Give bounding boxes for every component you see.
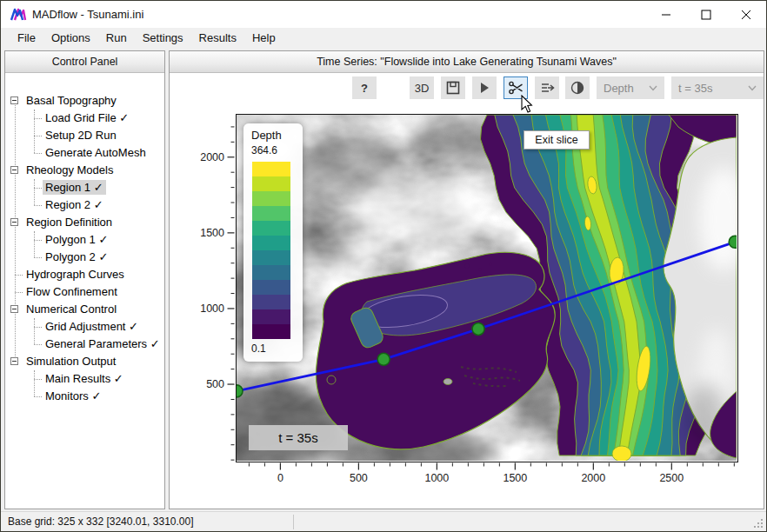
tree-item-label: Load Grid File ✓: [43, 110, 131, 125]
field-dropdown[interactable]: Depth: [597, 76, 664, 99]
tree-item-label: Flow Confinement: [23, 284, 120, 299]
title-bar: MADflow - Tsunami.ini: [1, 1, 766, 28]
tree-item-basal-topography[interactable]: Basal Topography: [23, 92, 119, 110]
app-logo-icon: [10, 6, 27, 23]
scissors-icon: [508, 80, 524, 96]
legend-color-band: [252, 324, 290, 339]
contrast-button[interactable]: [565, 76, 590, 99]
legend-color-band: [252, 176, 290, 191]
y-tick-label: 2000: [200, 151, 224, 163]
status-bar: Base grid: 325 x 332 [3240.01, 3310.00]: [1, 511, 766, 531]
contrast-icon: [570, 80, 585, 96]
tree-expander-icon[interactable]: [10, 166, 18, 174]
legend-min-value: 0.1: [251, 342, 266, 355]
viewer-header: Time Series: "Flowslide into Lake Genera…: [170, 51, 764, 73]
tree-item-label: Main Results ✓: [43, 371, 126, 386]
control-tree: Basal TopographyLoad Grid File ✓Setup 2D…: [5, 73, 164, 509]
legend-color-band: [252, 309, 290, 324]
maximize-button[interactable]: [686, 1, 726, 28]
tree-item-numerical-control[interactable]: Numerical Control: [23, 301, 119, 318]
tree-item-polygon-1[interactable]: Polygon 1 ✓: [43, 231, 110, 249]
chevron-down-icon: [748, 85, 757, 91]
tree-item-rheology-models[interactable]: Rheology Models: [23, 162, 116, 179]
tree-item-flow-confinement[interactable]: Flow Confinement: [23, 283, 120, 301]
minimize-icon: [661, 10, 671, 20]
tree-item-label: General Parameters ✓: [43, 336, 163, 351]
tree-item-region-definition[interactable]: Region Definition: [23, 214, 115, 231]
tree-item-region-2[interactable]: Region 2 ✓: [43, 196, 106, 214]
control-panel-header: Control Panel: [5, 51, 164, 73]
close-icon: [741, 10, 751, 20]
tree-item-main-results[interactable]: Main Results ✓: [43, 370, 126, 388]
maximize-icon: [701, 10, 711, 20]
menu-item-results[interactable]: Results: [191, 28, 244, 49]
y-tick-label: 500: [206, 378, 224, 390]
tree-item-label: Hydrograph Curves: [23, 267, 127, 282]
tree-item-label: Monitors ✓: [43, 389, 103, 403]
slice-handle[interactable]: [729, 236, 737, 248]
legend-color-band: [252, 250, 290, 265]
minimize-button[interactable]: [646, 1, 686, 28]
field-dropdown-value: Depth: [604, 82, 634, 95]
map-plot[interactable]: [236, 114, 738, 462]
app-window: MADflow - Tsunami.ini FileOptionsRunSett…: [0, 0, 767, 532]
map-canvas[interactable]: [237, 115, 737, 461]
chevron-down-icon: [649, 85, 657, 91]
tree-item-load-grid-file[interactable]: Load Grid File ✓: [43, 110, 131, 127]
tree-item-label: Polygon 1 ✓: [43, 232, 110, 247]
tree-expander-icon[interactable]: [10, 218, 18, 226]
tree-item-label: Setup 2D Run: [43, 128, 119, 143]
menu-item-settings[interactable]: Settings: [135, 28, 191, 49]
play-icon: [477, 81, 491, 95]
tree-item-setup-2d-run[interactable]: Setup 2D Run: [43, 127, 119, 144]
legend-color-band: [252, 280, 290, 295]
status-divider: [293, 515, 294, 529]
status-text: Base grid: 325 x 332 [3240.01, 3310.00]: [8, 512, 194, 531]
tree-expander-icon[interactable]: [10, 305, 18, 313]
tree-item-polygon-2[interactable]: Polygon 2 ✓: [43, 249, 110, 266]
tree-item-label: Numerical Control: [23, 302, 119, 316]
tree-expander-icon[interactable]: [10, 96, 18, 104]
y-tick-label: 1500: [200, 227, 224, 239]
exit-slice-button[interactable]: [504, 76, 528, 99]
slice-handle[interactable]: [472, 323, 484, 335]
help-button[interactable]: ?: [352, 76, 377, 99]
time-dropdown-value: t = 35s: [678, 82, 712, 95]
legend-color-band: [252, 265, 290, 280]
slice-handle[interactable]: [237, 384, 243, 396]
view-3d-button[interactable]: 3D: [410, 76, 434, 99]
slice-profile-button[interactable]: [535, 76, 559, 99]
slice-handle[interactable]: [377, 353, 390, 365]
menu-item-help[interactable]: Help: [244, 28, 283, 49]
resize-grip[interactable]: [753, 518, 764, 529]
tree-item-label: Simulation Output: [23, 354, 118, 369]
close-button[interactable]: [726, 1, 766, 28]
legend-max-value: 364.6: [251, 144, 277, 156]
tree-item-simulation-output[interactable]: Simulation Output: [23, 353, 118, 370]
tree-item-general-parameters[interactable]: General Parameters ✓: [43, 336, 163, 353]
play-button[interactable]: [472, 76, 497, 99]
tree-expander-icon[interactable]: [10, 357, 18, 365]
legend-color-band: [252, 295, 290, 309]
tree-item-grid-adjustment[interactable]: Grid Adjustment ✓: [43, 318, 141, 336]
menu-bar: FileOptionsRunSettingsResultsHelp: [1, 28, 766, 49]
tree-item-monitors[interactable]: Monitors ✓: [43, 388, 103, 405]
depth-legend: Depth 364.6 0.1: [243, 123, 303, 362]
menu-item-file[interactable]: File: [10, 28, 43, 49]
tree-item-label: Grid Adjustment ✓: [43, 319, 141, 334]
time-annotation: t = 35s: [249, 425, 348, 450]
save-button[interactable]: [441, 76, 465, 99]
tree-item-label: Region 1 ✓: [43, 180, 106, 195]
x-tick-label: 500: [350, 472, 368, 484]
tree-item-hydrograph-curves[interactable]: Hydrograph Curves: [23, 266, 127, 283]
menu-item-run[interactable]: Run: [98, 28, 135, 49]
time-dropdown[interactable]: t = 35s: [671, 76, 764, 99]
x-tick-label: 1000: [424, 472, 449, 484]
tree-item-label: Basal Topography: [23, 93, 119, 108]
tree-item-label: Polygon 2 ✓: [43, 249, 110, 264]
tree-item-region-1[interactable]: Region 1 ✓: [43, 179, 106, 196]
menu-item-options[interactable]: Options: [43, 28, 98, 49]
tree-item-generate-automesh[interactable]: Generate AutoMesh: [43, 144, 149, 162]
x-tick-label: 2500: [659, 472, 684, 484]
x-tick-label: 0: [277, 472, 283, 484]
